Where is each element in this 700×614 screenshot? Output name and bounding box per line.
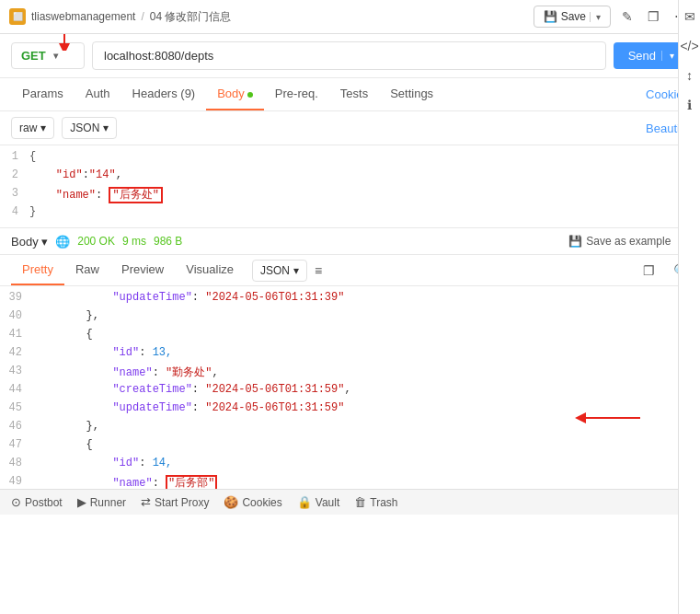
resp-line-41: 41 { [0, 327, 700, 345]
app-icon: ⬜ [9, 8, 26, 25]
resp-tab-visualize[interactable]: Visualize [175, 255, 245, 285]
resp-line-43: 43 "name": "勤务处", [0, 364, 700, 382]
workspace-name: tliaswebmanagement [31, 10, 135, 23]
resp-line-44: 44 "createTime": "2024-05-06T01:31:59", [0, 382, 700, 400]
save-example-icon: 💾 [568, 235, 582, 248]
trash-button[interactable]: 🗑 Trash [354, 495, 397, 509]
line-num-3: 3 [0, 187, 29, 200]
runner-button[interactable]: ▶ Runner [77, 495, 126, 509]
sidebar-code-icon[interactable]: </> [680, 39, 698, 53]
app-container: ⬜ tliaswebmanagement / 04 修改部门信息 💾 Save … [0, 0, 700, 515]
save-chevron: ▾ [590, 12, 601, 22]
proxy-label: Start Proxy [155, 496, 209, 509]
status-badge: 200 OK [77, 235, 115, 248]
tab-tests[interactable]: Tests [329, 78, 379, 110]
sidebar-info-icon[interactable]: ℹ [687, 98, 692, 112]
editor-line-2: 2 "id":"14", [0, 168, 700, 186]
resp-tab-preview[interactable]: Preview [110, 255, 175, 285]
cookies-bottom-button[interactable]: 🍪 Cookies [224, 495, 281, 509]
tab-auth[interactable]: Auth [75, 78, 121, 110]
response-chevron: ▾ [41, 235, 48, 249]
type-select[interactable]: JSON ▾ [62, 117, 117, 139]
resp-line-47: 47 { [0, 437, 700, 456]
response-label-text: Body [11, 235, 39, 249]
breadcrumb: ⬜ tliaswebmanagement / 04 修改部门信息 [9, 8, 231, 25]
method-value: GET [21, 49, 46, 63]
type-chevron: ▾ [103, 122, 109, 134]
resp-line-46: 46 }, [0, 419, 700, 437]
copy-icon[interactable]: ❐ [643, 263, 655, 278]
tab-body[interactable]: Body [206, 78, 264, 110]
trash-label: Trash [370, 496, 397, 509]
body-dot [247, 92, 253, 98]
resp-line-40: 40 }, [0, 308, 700, 327]
tab-prereq[interactable]: Pre-req. [264, 78, 329, 110]
request-tabs: Params Auth Headers (9) Body Pre-req. Te… [0, 78, 700, 111]
trash-icon: 🗑 [354, 495, 366, 509]
page-title: 04 修改部门信息 [150, 9, 232, 25]
resp-line-39: 39 "updateTime": "2024-05-06T01:31:39" [0, 290, 700, 308]
line-content-4: } [29, 205, 700, 218]
size-badge: 986 B [154, 235, 182, 248]
sidebar-mail-icon[interactable]: ✉ [684, 9, 695, 24]
save-example-button[interactable]: 💾 Save as example [568, 235, 671, 248]
duplicate-button[interactable]: ❐ [644, 6, 663, 28]
method-select[interactable]: GET ▾ [11, 42, 85, 69]
response-bar: Body ▾ 🌐 200 OK 9 ms 986 B 💾 Save as exa… [0, 228, 700, 255]
breadcrumb-sep: / [141, 10, 143, 23]
save-icon: 💾 [544, 10, 557, 23]
resp-line-49: 49 "name": "后务部" [0, 474, 700, 489]
right-sidebar: ✉ </> ↕ ℹ [678, 0, 700, 614]
resp-tab-raw[interactable]: Raw [64, 255, 110, 285]
resp-tab-pretty[interactable]: Pretty [11, 255, 64, 285]
response-label[interactable]: Body ▾ [11, 235, 48, 249]
save-label: Save [561, 10, 586, 23]
format-chevron: ▾ [40, 122, 46, 134]
resp-filter-icon[interactable]: ≡ [315, 263, 322, 278]
save-button[interactable]: 💾 Save ▾ [534, 6, 611, 28]
line-content-1: { [29, 150, 700, 163]
resp-format-select[interactable]: JSON ▾ [252, 260, 307, 282]
proxy-icon: ⇄ [141, 495, 151, 509]
format-select[interactable]: raw ▾ [11, 117, 54, 139]
response-tabs: Pretty Raw Preview Visualize JSON ▾ ≡ ❐ … [0, 255, 700, 286]
vault-icon: 🔒 [297, 495, 312, 509]
vault-button[interactable]: 🔒 Vault [297, 495, 339, 509]
editor-line-1: 1 { [0, 149, 700, 168]
postbot-button[interactable]: ⊙ Postbot [11, 495, 63, 509]
method-chevron: ▾ [53, 51, 58, 61]
tab-settings[interactable]: Settings [379, 78, 444, 110]
resp-line-48: 48 "id": 14, [0, 456, 700, 474]
format-value: raw [19, 122, 37, 134]
resp-format-chevron: ▾ [293, 264, 299, 277]
globe-icon: 🌐 [55, 235, 70, 249]
line-content-2: "id":"14", [29, 168, 700, 181]
type-value: JSON [70, 122, 99, 134]
save-example-label: Save as example [586, 235, 671, 248]
url-bar: GET ▾ Send ▾ [0, 34, 700, 78]
top-bar-actions: 💾 Save ▾ ✎ ❐ ⋯ [534, 6, 691, 28]
sidebar-arrows-icon[interactable]: ↕ [686, 68, 693, 83]
time-badge: 9 ms [122, 235, 146, 248]
line-content-3: "name": "后务处" [29, 187, 700, 203]
vault-label: Vault [316, 496, 339, 509]
send-label: Send [628, 49, 656, 63]
response-content: 39 "updateTime": "2024-05-06T01:31:39" 4… [0, 286, 700, 489]
edit-button[interactable]: ✎ [618, 6, 637, 28]
line-num-4: 4 [0, 205, 29, 218]
tab-params[interactable]: Params [11, 78, 75, 110]
runner-icon: ▶ [77, 495, 86, 509]
top-bar: ⬜ tliaswebmanagement / 04 修改部门信息 💾 Save … [0, 0, 700, 34]
editor-line-4: 4 } [0, 204, 700, 223]
start-proxy-button[interactable]: ⇄ Start Proxy [141, 495, 209, 509]
line-num-1: 1 [0, 150, 29, 163]
resp-format-value: JSON [260, 264, 290, 277]
url-input[interactable] [92, 41, 606, 70]
runner-label: Runner [90, 496, 126, 509]
cookies-icon: 🍪 [224, 495, 238, 509]
resp-line-42: 42 "id": 13, [0, 345, 700, 364]
main-area: ⬜ tliaswebmanagement / 04 修改部门信息 💾 Save … [0, 0, 700, 515]
resp-line-45: 45 "updateTime": "2024-05-06T01:31:59" [0, 400, 700, 419]
request-body-editor: 1 { 2 "id":"14", 3 "name": "后务处" 4 } [0, 145, 700, 228]
tab-headers[interactable]: Headers (9) [121, 78, 207, 110]
